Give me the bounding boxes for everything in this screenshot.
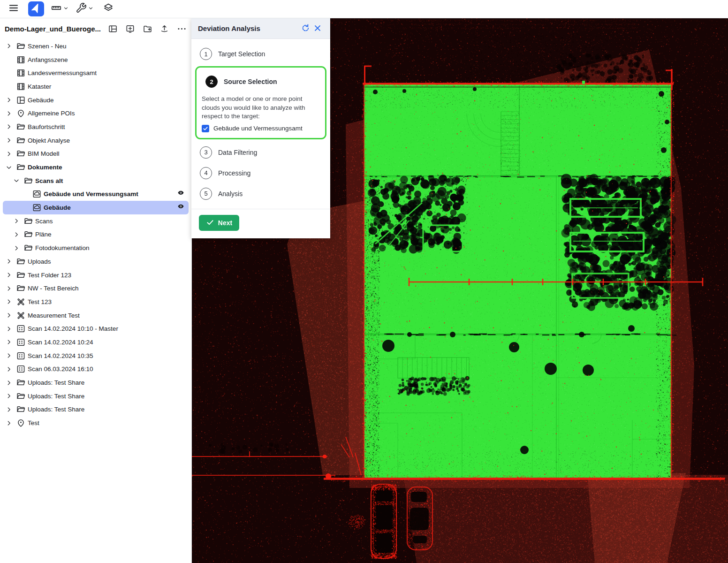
tree-item-scan-14-02-2024-10-24[interactable]: Scan 14.02.2024 10:24 xyxy=(0,335,191,349)
tree-item-uploads-test-share[interactable]: Uploads: Test Share xyxy=(0,403,191,417)
folder-icon xyxy=(16,149,28,159)
toolbar-button-layers[interactable] xyxy=(100,1,116,16)
chevron-right-icon[interactable] xyxy=(6,272,16,278)
tree-item-label: Uploads: Test Share xyxy=(28,406,186,413)
tree-item-scan-14-02-2024-10-35[interactable]: Scan 14.02.2024 10:35 xyxy=(0,349,191,363)
step-3[interactable]: 3Data Filtering xyxy=(195,142,326,163)
tree-item-label: Measurement Test xyxy=(28,312,186,319)
tree-item-dokumente[interactable]: Dokumente xyxy=(0,160,191,174)
tree-item-label: Szenen - Neu xyxy=(28,43,186,50)
chevron-right-icon[interactable] xyxy=(6,110,16,117)
tree-item-label: Scan 14.02.2024 10:24 xyxy=(28,339,186,346)
chevron-right-icon[interactable] xyxy=(6,312,16,319)
tree-item-scans[interactable]: Scans xyxy=(0,214,191,228)
visibility-eye-icon[interactable] xyxy=(176,190,186,198)
cloud-icon xyxy=(32,203,44,213)
step-1[interactable]: 1Target Selection xyxy=(195,44,326,64)
more-options-icon[interactable] xyxy=(176,23,187,34)
chevron-right-icon[interactable] xyxy=(13,245,23,251)
chevron-right-icon[interactable] xyxy=(6,285,16,292)
upload-icon[interactable] xyxy=(159,23,170,34)
menu-icon xyxy=(8,2,19,15)
close-icon[interactable] xyxy=(311,22,324,34)
tree-item-scan-06-03-2024-16-10[interactable]: Scan 06.03.2024 16:10 xyxy=(0,363,191,376)
tree-item-label: Test 123 xyxy=(28,298,186,305)
tree-item-label: Landesvermessungsamt xyxy=(28,69,186,76)
tree-item-objekt-analyse[interactable]: Objekt Analyse xyxy=(0,134,191,147)
chevron-right-icon[interactable] xyxy=(6,326,16,332)
folder-icon xyxy=(16,122,28,132)
tree-item-kataster[interactable]: Kataster xyxy=(0,80,191,93)
tree-item-label: Scan 14.02.2024 10:35 xyxy=(28,352,186,359)
tree-item-test-123[interactable]: Test 123 xyxy=(0,295,191,309)
tree-item-fotodokumentation[interactable]: Fotodokumentation xyxy=(0,241,191,255)
chevron-right-icon[interactable] xyxy=(6,43,16,49)
chevron-right-icon[interactable] xyxy=(6,137,16,144)
tree-item-gebäude[interactable]: Gebäude xyxy=(0,93,191,107)
add-frame-icon[interactable] xyxy=(125,23,136,34)
tree-item-uploads[interactable]: Uploads xyxy=(0,255,191,268)
tree-item-label: Kataster xyxy=(28,83,186,90)
chevron-right-icon[interactable] xyxy=(6,97,16,103)
step-description: Select a model or one or more point clou… xyxy=(202,95,320,121)
tree-item-uploads-test-share[interactable]: Uploads: Test Share xyxy=(0,376,191,389)
toolbar-button-menu[interactable] xyxy=(6,1,22,16)
tree-item-bim-modell[interactable]: BIM Modell xyxy=(0,147,191,161)
layout-icon[interactable] xyxy=(108,23,118,34)
chevron-right-icon[interactable] xyxy=(6,298,16,305)
scan-icon xyxy=(16,364,28,374)
tree-item-nw-test-bereich[interactable]: NW - Test Bereich xyxy=(0,282,191,295)
toolbar-button-tools[interactable] xyxy=(76,1,94,16)
toolbar-button-navigate[interactable] xyxy=(28,1,44,16)
scene-icon xyxy=(16,55,28,65)
tree-item-anfangsszene[interactable]: Anfangsszene xyxy=(0,53,191,67)
add-folder-icon[interactable] xyxy=(142,23,152,34)
next-button[interactable]: Next xyxy=(199,215,239,231)
step-number: 3 xyxy=(200,146,212,159)
step-2[interactable]: 2Source Selection xyxy=(201,71,321,92)
chevron-down-icon[interactable] xyxy=(13,177,23,184)
tree-item-uploads-test-share[interactable]: Uploads: Test Share xyxy=(0,389,191,403)
folder-icon xyxy=(16,257,28,266)
cloud-icon xyxy=(32,189,44,199)
step-label: Source Selection xyxy=(224,78,277,85)
chevron-right-icon[interactable] xyxy=(6,380,16,386)
source-checkbox[interactable] xyxy=(202,125,209,132)
chevron-right-icon[interactable] xyxy=(6,406,16,413)
chevron-right-icon[interactable] xyxy=(6,339,16,345)
reset-icon[interactable] xyxy=(299,22,311,34)
visibility-eye-icon[interactable] xyxy=(176,204,186,211)
chevron-right-icon[interactable] xyxy=(13,231,23,238)
tree-item-baufortschritt[interactable]: Baufortschritt xyxy=(0,120,191,134)
toolbar-button-measure[interactable] xyxy=(51,1,69,16)
chevron-down-icon[interactable] xyxy=(6,164,16,171)
chevron-right-icon[interactable] xyxy=(6,258,16,265)
step-number: 1 xyxy=(200,48,212,60)
chevron-right-icon[interactable] xyxy=(6,420,16,426)
tree-item-pläne[interactable]: Pläne xyxy=(0,228,191,242)
tree-item-gebäude-und-vermessungsamt[interactable]: Gebäude und Vermessungsamt xyxy=(0,188,191,201)
tree-item-scan-14-02-2024-10-10-master[interactable]: Scan 14.02.2024 10:10 - Master xyxy=(0,322,191,335)
tree-item-szenen-neu[interactable]: Szenen - Neu xyxy=(0,39,191,53)
tree-item-test[interactable]: Test xyxy=(0,416,191,430)
tree-item-label: Anfangsszene xyxy=(28,56,186,63)
tree-item-landesvermessungsamt[interactable]: Landesvermessungsamt xyxy=(0,66,191,80)
tree-item-label: BIM Modell xyxy=(28,150,186,157)
chevron-right-icon[interactable] xyxy=(13,218,23,224)
tree-item-gebäude[interactable]: Gebäude xyxy=(3,201,189,214)
wizard-steps: 1Target Selection2Source SelectionSelect… xyxy=(191,39,330,209)
step-4[interactable]: 4Processing xyxy=(195,163,326,183)
chevron-right-icon[interactable] xyxy=(6,366,16,373)
tree-item-measurement-test[interactable]: Measurement Test xyxy=(0,309,191,322)
chevron-down-icon xyxy=(88,5,94,13)
chevron-right-icon[interactable] xyxy=(6,352,16,359)
chevron-right-icon[interactable] xyxy=(6,151,16,157)
chevron-right-icon[interactable] xyxy=(6,123,16,130)
tree-item-test-folder-123[interactable]: Test Folder 123 xyxy=(0,268,191,282)
next-button-label: Next xyxy=(218,219,232,227)
chevron-right-icon[interactable] xyxy=(6,393,16,399)
tree-item-allgemeine-pois[interactable]: Allgemeine POIs xyxy=(0,107,191,120)
tree-item-scans-alt[interactable]: Scans alt xyxy=(0,174,191,188)
tree-item-label: Baufortschritt xyxy=(28,123,186,130)
step-5[interactable]: 5Analysis xyxy=(195,183,326,204)
